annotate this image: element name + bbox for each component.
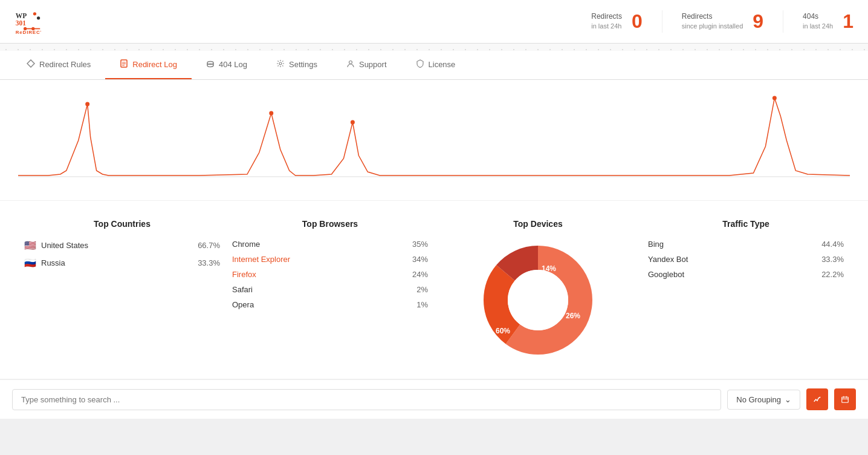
tab-settings[interactable]: Settings [262,51,332,79]
traffic-pct-yandex: 33.3% [821,255,844,264]
top-devices-section: Top Devices 60% 26% 14% [440,219,636,361]
list-item: Safari 2% [232,285,428,294]
nav-tabs: Redirect Rules Redirect Log 404 Log [0,51,868,80]
list-item: Bing 44.4% [648,240,844,249]
list-item: Firefox 24% [232,270,428,279]
list-item: 🇺🇸 United States 66.7% [24,240,220,251]
svg-rect-31 [842,397,849,402]
search-bar: No Grouping ⌄ [0,379,868,419]
list-item: Yandex Bot 33.3% [648,255,844,264]
browser-pct-firefox: 24% [412,270,428,279]
top-countries-list: 🇺🇸 United States 66.7% 🇷🇺 Russia 33.3% [24,240,220,269]
svg-point-2 [33,12,36,15]
svg-text:14%: 14% [542,264,556,273]
chart-view-button[interactable] [806,388,828,410]
tab-404-log[interactable]: 404 Log [192,51,262,79]
stat-redirects-24h: Redirects in last 24h 0 [591,10,642,33]
top-countries-section: Top Countries 🇺🇸 United States 66.7% 🇷🇺 … [24,219,220,361]
svg-text:60%: 60% [496,327,510,335]
country-pct-ru: 33.3% [198,258,220,267]
grouping-select[interactable]: No Grouping ⌄ [727,390,800,410]
stat-redirects-total-value: 9 [753,10,763,33]
stat-redirects-total-sublabel: since plugin installed [682,22,743,31]
browser-name-ie: Internet Explorer [232,255,407,264]
traffic-type-list: Bing 44.4% Yandex Bot 33.3% Googlebot 22… [648,240,844,279]
chevron-down-icon: ⌄ [785,395,791,404]
top-browsers-list: Chrome 35% Internet Explorer 34% Firefox… [232,240,428,309]
tab-support[interactable]: Support [332,51,401,79]
traffic-pct-bing: 44.4% [821,240,844,249]
browser-name-opera: Opera [232,300,412,309]
main-content: Top Countries 🇺🇸 United States 66.7% 🇷🇺 … [0,80,868,419]
svg-text:ReDIRECTS: ReDIRECTS [16,30,41,35]
tab-settings-label: Settings [289,60,317,69]
svg-text:301: 301 [16,19,26,27]
svg-point-23 [772,96,777,100]
logo: WP 301 ReDIRECTS [15,8,44,35]
traffic-type-section: Traffic Type Bing 44.4% Yandex Bot 33.3%… [648,219,844,361]
stat-404s-24h-value: 1 [843,10,853,33]
tab-404-log-label: 404 Log [219,60,247,69]
stats-grid: Top Countries 🇺🇸 United States 66.7% 🇷🇺 … [0,201,868,379]
country-pct-us: 66.7% [198,241,220,250]
grouping-label: No Grouping [736,395,781,404]
donut-chart: 60% 26% 14% [478,240,598,361]
traffic-name-bing: Bing [648,240,817,249]
svg-point-16 [207,62,213,65]
svg-point-18 [349,61,352,64]
svg-text:26%: 26% [566,312,580,320]
stat-redirects-24h-value: 0 [632,10,643,33]
donut-chart-wrap: 60% 26% 14% [440,240,636,361]
list-item: Chrome 35% [232,240,428,249]
line-chart [18,92,850,189]
list-item: Internet Explorer 34% [232,255,428,264]
browser-name-chrome: Chrome [232,240,407,249]
svg-point-22 [351,120,355,125]
svg-point-27 [508,270,568,330]
stat-redirects-total-label: Redirects [682,11,743,22]
top-countries-title: Top Countries [24,219,220,229]
top-browsers-title: Top Browsers [232,219,428,229]
list-item: Googlebot 22.2% [648,270,844,279]
browser-name-safari: Safari [232,285,412,294]
ru-flag-icon: 🇷🇺 [24,257,36,269]
tab-support-label: Support [359,60,387,69]
svg-point-20 [85,102,89,106]
svg-marker-8 [27,60,34,67]
stat-redirects-24h-sublabel: in last 24h [591,22,622,31]
header-stats: Redirects in last 24h 0 Redirects since … [591,10,853,33]
search-input[interactable] [12,389,721,410]
redirect-log-icon [120,59,128,70]
redirect-rules-icon [27,59,35,70]
browser-pct-chrome: 35% [412,240,428,249]
license-icon [416,59,424,70]
tab-redirect-log[interactable]: Redirect Log [105,51,192,79]
stat-404s-24h-label: 404s [803,11,833,22]
browser-pct-safari: 2% [416,285,428,294]
traffic-name-yandex: Yandex Bot [648,255,817,264]
top-browsers-section: Top Browsers Chrome 35% Internet Explore… [232,219,428,361]
list-item: Opera 1% [232,300,428,309]
calendar-icon [841,394,849,404]
svg-point-3 [37,16,40,19]
stat-redirects-total: Redirects since plugin installed 9 [662,10,763,33]
header: WP 301 ReDIRECTS Redirects in last 24h 0… [0,0,868,44]
browser-name-firefox: Firefox [232,270,407,279]
stat-404s-24h: 404s in last 24h 1 [783,10,853,33]
browser-pct-ie: 34% [412,255,428,264]
dotted-separator [0,44,868,51]
traffic-type-title: Traffic Type [648,219,844,229]
tab-redirect-log-label: Redirect Log [132,60,177,69]
calendar-button[interactable] [834,388,856,410]
us-flag-icon: 🇺🇸 [24,240,36,251]
browser-pct-opera: 1% [416,300,428,309]
svg-text:WP: WP [16,11,27,19]
stat-redirects-24h-label: Redirects [591,11,622,22]
list-item: 🇷🇺 Russia 33.3% [24,257,220,269]
tab-license-label: License [429,60,456,69]
support-icon [346,59,355,70]
traffic-name-googlebot: Googlebot [648,270,817,279]
tab-license[interactable]: License [401,51,470,79]
tab-redirect-rules[interactable]: Redirect Rules [12,51,105,79]
404-log-icon [206,59,215,70]
